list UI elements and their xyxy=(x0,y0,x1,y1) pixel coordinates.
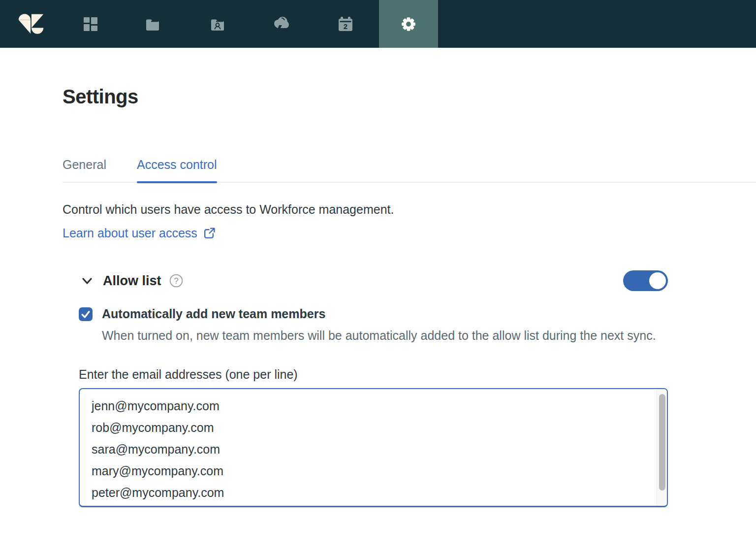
auto-add-description: When turned on, new team members will be… xyxy=(102,326,661,345)
dashboard-icon xyxy=(83,17,98,32)
zendesk-logo-icon[interactable] xyxy=(18,13,44,35)
allow-list-header: Allow list ? xyxy=(79,270,668,292)
storm-cloud-icon xyxy=(272,15,290,33)
team-folder-icon xyxy=(210,16,225,33)
collapse-section-button[interactable] xyxy=(80,274,94,288)
gear-icon xyxy=(400,16,417,33)
allow-list-title: Allow list xyxy=(103,273,161,289)
allow-list-section: Allow list ? Automatically add new team … xyxy=(79,270,668,507)
checkmark-icon xyxy=(80,308,92,320)
calendar-icon: 2 xyxy=(338,16,353,33)
textarea-scrollbar[interactable] xyxy=(657,389,667,506)
learn-link-label: Learn about user access xyxy=(63,226,197,240)
auto-add-row: Automatically add new team members xyxy=(79,307,668,321)
settings-page: Settings General Access control Control … xyxy=(0,48,756,507)
allow-list-toggle-on[interactable] xyxy=(623,270,668,291)
nav-dashboard-button[interactable] xyxy=(75,0,106,48)
learn-about-user-access-link[interactable]: Learn about user access xyxy=(63,226,216,240)
nav-settings-button-active[interactable] xyxy=(379,0,438,48)
nav-schedule-button[interactable]: 2 xyxy=(330,0,361,48)
tab-bar: General Access control xyxy=(63,158,756,183)
svg-text:?: ? xyxy=(174,276,178,286)
access-control-description: Control which users have access to Workf… xyxy=(63,202,756,217)
nav-team-button[interactable] xyxy=(202,0,233,48)
chevron-down-icon xyxy=(81,274,94,287)
help-icon[interactable]: ? xyxy=(169,273,184,288)
scrollbar-thumb[interactable] xyxy=(659,394,665,491)
nav-documents-button[interactable] xyxy=(137,0,168,48)
tab-access-control[interactable]: Access control xyxy=(137,158,217,182)
toggle-knob xyxy=(649,272,666,289)
svg-text:2: 2 xyxy=(344,22,347,30)
auto-add-checkbox-checked[interactable] xyxy=(79,307,93,321)
email-addresses-label: Enter the email addresses (one per line) xyxy=(79,367,668,382)
nav-forecast-button[interactable] xyxy=(265,0,297,48)
tab-general[interactable]: General xyxy=(63,158,106,182)
folder-icon xyxy=(145,16,160,33)
top-navbar: 2 xyxy=(0,0,756,48)
email-addresses-input[interactable]: jenn@mycompany.com rob@mycompany.com sar… xyxy=(80,389,657,506)
page-title: Settings xyxy=(63,48,756,108)
email-textarea-container: jenn@mycompany.com rob@mycompany.com sar… xyxy=(79,388,668,507)
external-link-icon xyxy=(203,227,216,240)
auto-add-label: Automatically add new team members xyxy=(102,307,325,321)
